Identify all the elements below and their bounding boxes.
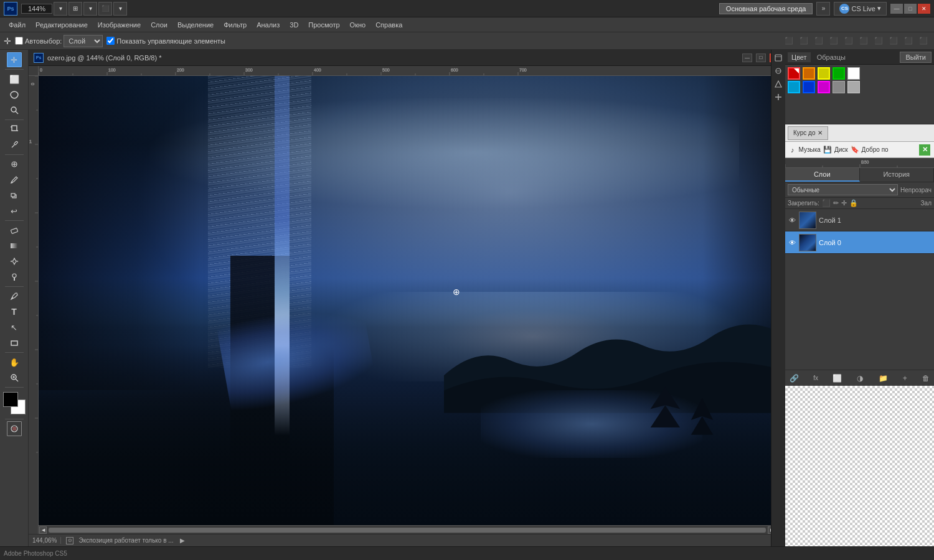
align-bottom-icon[interactable]: ⬛	[857, 35, 870, 47]
distribute3-icon[interactable]: ⬛	[902, 35, 915, 47]
zoom-dropdown-btn[interactable]: ▾	[54, 2, 67, 16]
red-stop-swatch[interactable]	[788, 67, 800, 80]
blue-swatch[interactable]	[803, 81, 815, 93]
tool-path-select[interactable]: ↖	[7, 320, 22, 335]
lock-position-icon[interactable]: ✛	[841, 199, 847, 207]
tool-gradient[interactable]	[7, 238, 22, 253]
yellow-swatch[interactable]	[818, 67, 830, 80]
tool-marquee[interactable]: ⬜	[7, 72, 22, 86]
screen-dropdown-btn[interactable]: ▾	[113, 2, 127, 16]
magenta-swatch[interactable]	[818, 81, 830, 93]
welcome-label[interactable]: Добро по	[862, 146, 889, 153]
lock-pixel-icon[interactable]: ⬛	[822, 199, 831, 207]
autoselect-checkbox[interactable]	[15, 37, 23, 45]
align-left-icon[interactable]: ⬛	[782, 35, 796, 47]
menu-view[interactable]: Просмотр	[303, 20, 344, 30]
tool-move[interactable]: ✛	[7, 52, 22, 67]
tool-hand[interactable]: ✋	[7, 355, 22, 370]
close-x-green[interactable]: ✕	[919, 144, 930, 156]
menu-help[interactable]: Справка	[370, 20, 407, 30]
cyan-swatch[interactable]	[788, 81, 800, 93]
panel-tool-4[interactable]	[773, 91, 784, 103]
browser-tab[interactable]: Курс до ✕	[788, 126, 828, 140]
history-tab[interactable]: История	[860, 168, 935, 182]
doc-minimize-btn[interactable]: —	[742, 54, 752, 62]
lock-paint-icon[interactable]: ✏	[833, 199, 839, 207]
menu-analysis[interactable]: Анализ	[252, 20, 285, 30]
tool-text[interactable]: T	[7, 304, 22, 319]
canvas-container[interactable]: ⊕ ◀ ▶	[39, 76, 776, 534]
tool-lasso[interactable]	[7, 87, 22, 102]
quick-mask-btn[interactable]	[7, 421, 22, 436]
tool-pen[interactable]	[7, 289, 22, 304]
arrange-dropdown-btn[interactable]: ▾	[83, 2, 97, 16]
menu-layers[interactable]: Слои	[146, 20, 172, 30]
add-style-btn[interactable]: fx	[812, 375, 819, 381]
layers-tab[interactable]: Слои	[785, 168, 860, 182]
distribute-icon[interactable]: ⬛	[872, 35, 885, 47]
screen-mode-btn[interactable]: ⬛	[98, 2, 112, 16]
panel-tool-2[interactable]	[773, 65, 784, 77]
show-controls-checkbox[interactable]	[106, 37, 115, 45]
tool-brush[interactable]	[7, 172, 22, 187]
layer-item-0[interactable]: 👁 Слой 0	[785, 231, 934, 254]
gray-box-swatch[interactable]	[847, 81, 860, 93]
cs-live-btn[interactable]: CS CS Live ▾	[834, 2, 887, 16]
panel-tool-3[interactable]	[773, 78, 784, 90]
bookmark-icon[interactable]: 🔖	[851, 146, 859, 154]
disk-icon[interactable]: 💾	[823, 146, 832, 154]
menu-filter[interactable]: Фильтр	[219, 20, 252, 30]
auto-align-icon[interactable]: ⬛	[917, 35, 930, 47]
scroll-thumb-h[interactable]	[49, 528, 766, 533]
status-arrow[interactable]: ▶	[180, 537, 185, 544]
gray-swatch[interactable]	[833, 81, 845, 93]
scroll-left-btn[interactable]: ◀	[39, 526, 47, 534]
doc-maximize-btn[interactable]: □	[756, 54, 766, 62]
layer-1-visibility[interactable]: 👁	[788, 217, 796, 224]
blend-mode-select[interactable]: Обычные Растворение Затемнение Умножение…	[788, 184, 898, 195]
foreground-color-swatch[interactable]	[3, 392, 18, 407]
tool-shape[interactable]	[7, 335, 22, 350]
white-box-swatch[interactable]	[847, 67, 860, 80]
tool-dodge[interactable]	[7, 269, 22, 284]
tool-history-brush[interactable]: ↩	[7, 203, 22, 218]
panel-tool-1[interactable]	[773, 52, 784, 63]
tool-clone[interactable]	[7, 188, 22, 203]
disk-label[interactable]: Диск	[834, 146, 848, 153]
align-center-icon[interactable]: ⬛	[797, 35, 811, 47]
workspace-button[interactable]: Основная рабочая среда	[719, 3, 813, 14]
menu-file[interactable]: Файл	[4, 20, 31, 30]
menu-window[interactable]: Окно	[345, 20, 371, 30]
new-adjustment-btn[interactable]: ◑	[855, 373, 865, 384]
new-group-btn[interactable]: 📁	[877, 373, 890, 384]
link-layers-btn[interactable]: 🔗	[788, 373, 801, 384]
green-swatch[interactable]	[833, 67, 845, 80]
maximize-btn[interactable]: □	[904, 4, 917, 14]
browser-tab-close[interactable]: ✕	[818, 129, 823, 136]
delete-layer-btn[interactable]: 🗑	[920, 373, 932, 384]
minimize-btn[interactable]: —	[890, 4, 903, 14]
tool-zoom[interactable]	[7, 370, 22, 385]
orange-stop-swatch[interactable]	[803, 67, 815, 80]
align-mid-icon[interactable]: ⬛	[842, 35, 856, 47]
add-mask-btn[interactable]: ⬜	[831, 373, 844, 384]
samples-tab[interactable]: Образцы	[813, 52, 849, 62]
menu-select[interactable]: Выделение	[172, 20, 219, 30]
tool-blur[interactable]	[7, 254, 22, 269]
new-layer-btn[interactable]: +	[901, 373, 909, 384]
tool-eyedropper[interactable]	[7, 138, 22, 152]
align-right-icon[interactable]: ⬛	[812, 35, 826, 47]
tool-eraser[interactable]	[7, 223, 22, 238]
extend-btn[interactable]: »	[816, 2, 830, 16]
color-tab[interactable]: Цвет	[788, 52, 811, 62]
music-label[interactable]: Музыка	[799, 146, 821, 153]
color-swatches[interactable]	[3, 392, 26, 414]
tool-heal[interactable]	[7, 157, 22, 172]
layer-0-visibility[interactable]: 👁	[788, 239, 796, 246]
arrange-btn[interactable]: ⊞	[68, 2, 82, 16]
ps-canvas[interactable]: ⊕	[39, 76, 776, 525]
logout-btn[interactable]: Выйти	[900, 52, 932, 63]
tool-crop[interactable]	[7, 122, 22, 137]
autoselect-select[interactable]: Слой Группа	[64, 35, 103, 47]
music-icon[interactable]: ♪	[789, 146, 796, 154]
